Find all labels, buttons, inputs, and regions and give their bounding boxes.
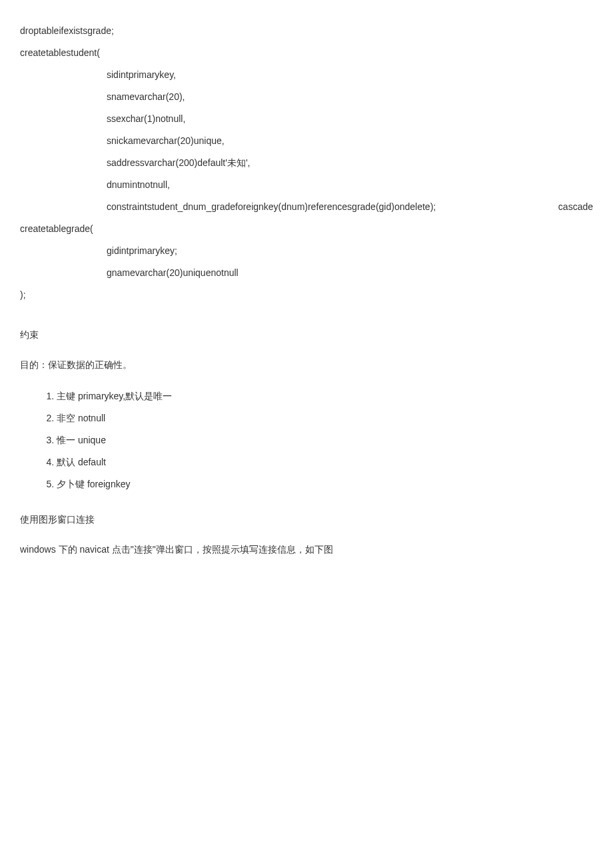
code-line: snamevarchar(20), — [20, 86, 593, 108]
code-line: droptableifexistsgrade; — [20, 20, 593, 42]
code-line: gnamevarchar(20)uniquenotnull — [20, 262, 593, 284]
heading-gui: 使用图形窗口连接 — [20, 507, 593, 532]
code-line: ); — [20, 284, 593, 306]
constraint-right: cascade — [558, 200, 593, 214]
code-line: dnumintnotnull, — [20, 174, 593, 196]
list-item: 默认 default — [57, 451, 593, 473]
code-line: ssexchar(1)notnull, — [20, 108, 593, 130]
list-item: 惟一 unique — [57, 429, 593, 451]
list-item: 夕卜键 foreignkey — [57, 473, 593, 495]
list-item: 主键 primarykey,默认是唯一 — [57, 385, 593, 407]
heading-constraints: 约束 — [20, 323, 593, 347]
code-line: createtablestudent( — [20, 42, 593, 64]
constraint-left: constraintstudent_dnum_gradeforeignkey(d… — [20, 200, 436, 214]
code-line: sidintprimarykey, — [20, 64, 593, 86]
paragraph-gui: windows 下的 navicat 点击"连接"弹出窗口，按照提示填写连接信息… — [20, 537, 593, 562]
code-line: gidintprimarykey; — [20, 240, 593, 262]
code-block-student: droptableifexistsgrade; createtablestude… — [20, 20, 593, 306]
constraints-list: 主键 primarykey,默认是唯一 非空 notnull 惟一 unique… — [20, 385, 593, 495]
code-line: saddressvarchar(200)default'未知', — [20, 152, 593, 174]
paragraph-purpose: 目的：保证数据的正确性。 — [20, 353, 593, 377]
code-line: createtablegrade( — [20, 218, 593, 240]
code-line-constraint: constraintstudent_dnum_gradeforeignkey(d… — [20, 196, 593, 218]
list-item: 非空 notnull — [57, 407, 593, 429]
code-line: snickamevarchar(20)unique, — [20, 130, 593, 152]
